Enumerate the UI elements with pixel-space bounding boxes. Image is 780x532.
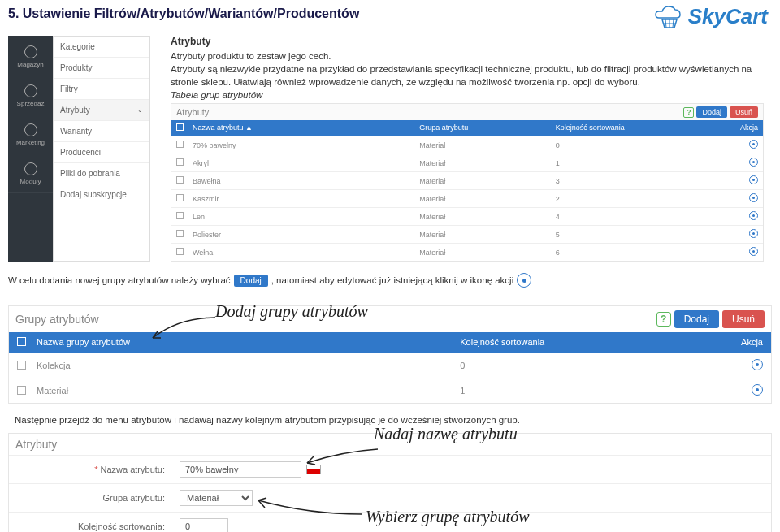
checkbox[interactable] bbox=[176, 248, 184, 255]
caption-line: W celu dodania nowej grupy atrybutów nal… bbox=[8, 273, 772, 288]
help-icon[interactable]: ? bbox=[683, 107, 694, 118]
cell-group: Materiał bbox=[419, 195, 555, 203]
submenu-label: Producenci bbox=[60, 148, 101, 157]
checkbox[interactable] bbox=[176, 230, 184, 237]
checkbox[interactable] bbox=[17, 361, 26, 370]
checkbox-all[interactable] bbox=[17, 337, 26, 346]
submenu-warianty[interactable]: Warianty bbox=[54, 121, 150, 142]
cell-sort: 0 bbox=[460, 361, 714, 370]
submenu-label: Warianty bbox=[60, 127, 92, 136]
submenu-label: Produkty bbox=[60, 63, 92, 72]
checkbox[interactable] bbox=[176, 176, 184, 184]
submenu-producenci[interactable]: Producenci bbox=[54, 142, 150, 163]
sidebar-label: Moduły bbox=[20, 178, 41, 185]
groups-section: Dodaj grupy atrybutów Grupy atrybutów ? … bbox=[8, 305, 772, 404]
gear-icon[interactable] bbox=[749, 175, 758, 184]
submenu-kategorie[interactable]: Kategorie bbox=[54, 37, 150, 58]
sort-input[interactable] bbox=[180, 518, 228, 532]
checkbox[interactable] bbox=[176, 212, 184, 219]
submenu-filtry[interactable]: Filtry bbox=[54, 79, 150, 100]
submenu-pliki[interactable]: Pliki do pobrania bbox=[54, 163, 150, 184]
next-text: Następnie przejdź do menu atrybutów i na… bbox=[15, 415, 772, 425]
attr-title: Atrybuty bbox=[176, 107, 209, 117]
submenu-label: Dodaj subskrypcje bbox=[60, 190, 127, 199]
cell-name: Akryl bbox=[193, 159, 419, 167]
sidebar-item-magazyn[interactable]: Magazyn bbox=[8, 37, 53, 76]
sidebar-item-marketing[interactable]: Marketing bbox=[8, 115, 53, 154]
checkbox[interactable] bbox=[176, 141, 184, 148]
submenu: Kategorie Produkty Filtry Atrybuty⌄ Wari… bbox=[53, 36, 150, 262]
add-button[interactable]: Dodaj bbox=[696, 106, 727, 118]
form-section: Nadaj nazwę atrybutu Wybierz grupę atryb… bbox=[8, 433, 772, 532]
groups-title: Grupy atrybutów bbox=[15, 313, 99, 326]
table-row: Wełna Materiał 6 bbox=[171, 243, 763, 261]
submenu-atrybuty[interactable]: Atrybuty⌄ bbox=[54, 100, 150, 121]
cell-name: Poliester bbox=[193, 231, 419, 239]
table-header: Nazwa atrybutu ▲ Grupa atrybutu Kolejnoś… bbox=[171, 120, 763, 136]
logo: SkyCart bbox=[654, 4, 768, 29]
name-input[interactable] bbox=[180, 461, 301, 478]
sidebar: Magazyn Sprzedaż Marketing Moduły bbox=[8, 36, 53, 262]
logo-icon bbox=[654, 5, 683, 29]
gear-icon[interactable] bbox=[749, 193, 758, 202]
group-select[interactable]: Materiał bbox=[180, 490, 253, 506]
help-icon[interactable]: ? bbox=[656, 312, 671, 327]
text-section: Atrybuty Atrybuty produktu to zestaw jeg… bbox=[171, 36, 780, 262]
sidebar-label: Magazyn bbox=[17, 61, 43, 68]
header-sort[interactable]: Kolejność sortowania bbox=[460, 337, 714, 348]
cell-name: Bawełna bbox=[193, 177, 419, 185]
delete-button[interactable]: Usuń bbox=[730, 106, 758, 118]
annotation-choose-group: Wybierz grupę atrybutów bbox=[366, 508, 529, 526]
cell-name: 70% bawełny bbox=[193, 141, 419, 149]
gear-icon[interactable] bbox=[752, 384, 763, 396]
submenu-subskrypcje[interactable]: Dodaj subskrypcje bbox=[54, 184, 150, 205]
modules-icon bbox=[24, 162, 37, 175]
form-row-name: * Nazwa atrybutu: bbox=[9, 455, 771, 483]
logo-text: SkyCart bbox=[688, 4, 768, 29]
header-name[interactable]: Nazwa atrybutu ▲ bbox=[193, 123, 419, 132]
annotation-name-attr: Nadaj nazwę atrybutu bbox=[374, 425, 518, 443]
delete-button[interactable]: Usuń bbox=[722, 310, 765, 328]
gear-icon[interactable] bbox=[749, 140, 758, 149]
checkbox[interactable] bbox=[17, 386, 26, 395]
checkbox[interactable] bbox=[176, 158, 184, 166]
gear-icon[interactable] bbox=[752, 359, 763, 370]
cell-sort: 6 bbox=[556, 249, 726, 257]
flag-pl-icon[interactable] bbox=[306, 465, 321, 474]
header-action: Akcja bbox=[714, 337, 763, 348]
table-row: Materiał 1 bbox=[9, 378, 771, 403]
gear-icon[interactable] bbox=[749, 247, 758, 256]
header-group[interactable]: Grupa atrybutu bbox=[419, 123, 555, 132]
groups-header: Nazwa grupy atrybutów Kolejność sortowan… bbox=[9, 332, 771, 353]
header-groupname[interactable]: Nazwa grupy atrybutów bbox=[37, 337, 460, 348]
cell-sort: 4 bbox=[556, 213, 726, 221]
cell-sort: 3 bbox=[556, 177, 726, 185]
gear-icon[interactable] bbox=[749, 211, 758, 220]
sidebar-item-sprzedaz[interactable]: Sprzedaż bbox=[8, 76, 53, 115]
section-body: Atrybuty są niezwykle przydatne na przyk… bbox=[171, 63, 764, 89]
cell-name: Kaszmir bbox=[193, 195, 419, 203]
marketing-icon bbox=[24, 123, 37, 136]
cell-sort: 0 bbox=[556, 141, 726, 149]
table-row: Kaszmir Materiał 2 bbox=[171, 189, 763, 207]
caption-text-2: , natomiast aby edytować już istniejącą … bbox=[271, 275, 514, 285]
action-gear-icon[interactable] bbox=[517, 273, 531, 288]
table-row: Poliester Materiał 5 bbox=[171, 225, 763, 243]
checkbox-all[interactable] bbox=[176, 123, 184, 131]
cell-name: Len bbox=[193, 213, 419, 221]
gear-icon[interactable] bbox=[749, 158, 758, 167]
cell-group: Materiał bbox=[419, 231, 555, 239]
section-heading: Atrybuty bbox=[171, 36, 764, 47]
submenu-produkty[interactable]: Produkty bbox=[54, 58, 150, 79]
add-button[interactable]: Dodaj bbox=[674, 310, 719, 328]
checkbox[interactable] bbox=[176, 194, 184, 201]
add-button-inline[interactable]: Dodaj bbox=[234, 275, 268, 287]
header-sort[interactable]: Kolejność sortowania bbox=[556, 123, 726, 132]
cell-groupname: Kolekcja bbox=[37, 361, 460, 370]
gear-icon[interactable] bbox=[749, 229, 758, 238]
attributes-table: Atrybuty ? Dodaj Usuń Nazwa atrybutu ▲ G… bbox=[171, 103, 764, 262]
cell-groupname: Materiał bbox=[37, 386, 460, 396]
submenu-label: Atrybuty bbox=[60, 106, 90, 115]
sidebar-item-moduly[interactable]: Moduły bbox=[8, 154, 53, 193]
cell-group: Materiał bbox=[419, 213, 555, 221]
